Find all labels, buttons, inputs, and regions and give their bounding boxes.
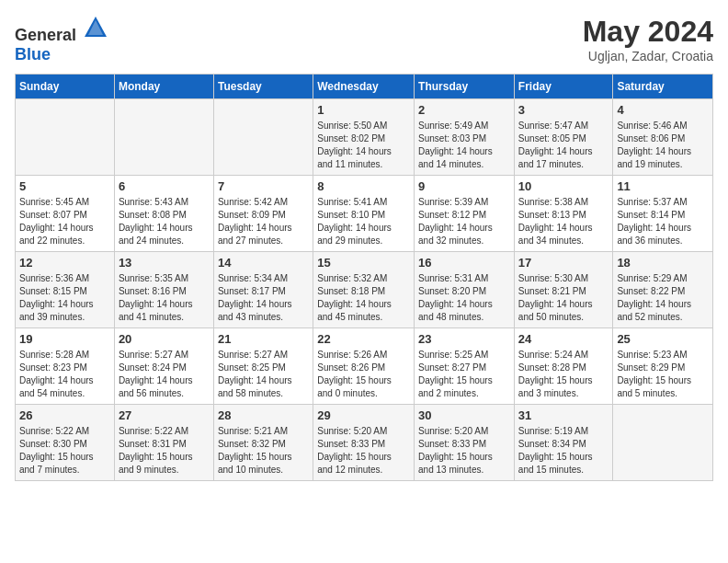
logo-general: General <box>15 26 76 44</box>
logo: General Blue <box>15 15 108 64</box>
calendar-cell: 23Sunrise: 5:25 AM Sunset: 8:27 PM Dayli… <box>415 328 515 405</box>
page-header: General Blue May 2024 Ugljan, Zadar, Cro… <box>15 15 713 64</box>
day-info: Sunrise: 5:45 AM Sunset: 8:07 PM Dayligh… <box>19 196 110 247</box>
calendar-header-row: SundayMondayTuesdayWednesdayThursdayFrid… <box>16 75 713 99</box>
calendar-cell: 8Sunrise: 5:41 AM Sunset: 8:10 PM Daylig… <box>313 176 415 252</box>
day-number: 4 <box>617 103 709 117</box>
day-number: 2 <box>418 103 510 117</box>
day-number: 10 <box>518 179 609 193</box>
calendar-cell <box>213 99 313 176</box>
calendar-cell: 26Sunrise: 5:22 AM Sunset: 8:30 PM Dayli… <box>16 405 115 481</box>
day-info: Sunrise: 5:39 AM Sunset: 8:12 PM Dayligh… <box>418 196 510 247</box>
calendar-cell: 13Sunrise: 5:35 AM Sunset: 8:16 PM Dayli… <box>114 252 213 328</box>
calendar-cell: 9Sunrise: 5:39 AM Sunset: 8:12 PM Daylig… <box>415 176 515 252</box>
day-info: Sunrise: 5:25 AM Sunset: 8:27 PM Dayligh… <box>418 349 510 400</box>
day-info: Sunrise: 5:50 AM Sunset: 8:02 PM Dayligh… <box>317 120 410 171</box>
day-number: 23 <box>418 332 510 346</box>
month-title: May 2024 <box>583 15 713 49</box>
day-info: Sunrise: 5:46 AM Sunset: 8:06 PM Dayligh… <box>617 120 709 171</box>
day-info: Sunrise: 5:23 AM Sunset: 8:29 PM Dayligh… <box>617 349 709 400</box>
day-number: 14 <box>218 256 309 270</box>
calendar-cell: 4Sunrise: 5:46 AM Sunset: 8:06 PM Daylig… <box>613 99 713 176</box>
day-info: Sunrise: 5:37 AM Sunset: 8:14 PM Dayligh… <box>617 196 709 247</box>
calendar-header-friday: Friday <box>514 75 613 99</box>
calendar-table: SundayMondayTuesdayWednesdayThursdayFrid… <box>15 74 713 481</box>
day-info: Sunrise: 5:35 AM Sunset: 8:16 PM Dayligh… <box>119 272 210 324</box>
calendar-cell: 16Sunrise: 5:31 AM Sunset: 8:20 PM Dayli… <box>415 252 515 328</box>
calendar-cell: 20Sunrise: 5:27 AM Sunset: 8:24 PM Dayli… <box>114 328 213 405</box>
day-info: Sunrise: 5:21 AM Sunset: 8:32 PM Dayligh… <box>218 425 309 477</box>
calendar-cell: 21Sunrise: 5:27 AM Sunset: 8:25 PM Dayli… <box>213 328 313 405</box>
calendar-cell <box>114 99 213 176</box>
day-info: Sunrise: 5:38 AM Sunset: 8:13 PM Dayligh… <box>518 196 609 247</box>
day-number: 25 <box>617 332 709 346</box>
day-number: 29 <box>317 408 410 422</box>
day-number: 27 <box>119 408 210 422</box>
day-info: Sunrise: 5:49 AM Sunset: 8:03 PM Dayligh… <box>418 120 510 171</box>
day-number: 30 <box>418 408 510 422</box>
day-number: 28 <box>218 408 309 422</box>
calendar-cell: 10Sunrise: 5:38 AM Sunset: 8:13 PM Dayli… <box>514 176 613 252</box>
calendar-cell: 17Sunrise: 5:30 AM Sunset: 8:21 PM Dayli… <box>514 252 613 328</box>
logo-blue: Blue <box>15 45 51 63</box>
day-info: Sunrise: 5:34 AM Sunset: 8:17 PM Dayligh… <box>218 272 309 324</box>
day-number: 20 <box>119 332 210 346</box>
logo-text: General Blue <box>15 15 108 64</box>
day-number: 18 <box>617 256 709 270</box>
calendar-cell: 30Sunrise: 5:20 AM Sunset: 8:33 PM Dayli… <box>415 405 515 481</box>
day-info: Sunrise: 5:29 AM Sunset: 8:22 PM Dayligh… <box>617 272 709 324</box>
day-info: Sunrise: 5:47 AM Sunset: 8:05 PM Dayligh… <box>518 120 609 171</box>
title-area: May 2024 Ugljan, Zadar, Croatia <box>583 15 713 63</box>
calendar-header-monday: Monday <box>114 75 213 99</box>
day-number: 26 <box>19 408 110 422</box>
day-number: 6 <box>119 179 210 193</box>
day-number: 7 <box>218 179 309 193</box>
calendar-header-thursday: Thursday <box>415 75 515 99</box>
day-info: Sunrise: 5:43 AM Sunset: 8:08 PM Dayligh… <box>119 196 210 247</box>
calendar-cell: 11Sunrise: 5:37 AM Sunset: 8:14 PM Dayli… <box>613 176 713 252</box>
calendar-cell: 28Sunrise: 5:21 AM Sunset: 8:32 PM Dayli… <box>213 405 313 481</box>
calendar-cell: 22Sunrise: 5:26 AM Sunset: 8:26 PM Dayli… <box>313 328 415 405</box>
day-info: Sunrise: 5:22 AM Sunset: 8:30 PM Dayligh… <box>19 425 110 477</box>
day-number: 17 <box>518 256 609 270</box>
calendar-cell <box>16 99 115 176</box>
calendar-cell: 24Sunrise: 5:24 AM Sunset: 8:28 PM Dayli… <box>514 328 613 405</box>
calendar-cell: 14Sunrise: 5:34 AM Sunset: 8:17 PM Dayli… <box>213 252 313 328</box>
day-number: 9 <box>418 179 510 193</box>
day-info: Sunrise: 5:24 AM Sunset: 8:28 PM Dayligh… <box>518 349 609 400</box>
calendar-header-saturday: Saturday <box>613 75 713 99</box>
day-info: Sunrise: 5:42 AM Sunset: 8:09 PM Dayligh… <box>218 196 309 247</box>
calendar-cell: 2Sunrise: 5:49 AM Sunset: 8:03 PM Daylig… <box>415 99 515 176</box>
calendar-cell: 19Sunrise: 5:28 AM Sunset: 8:23 PM Dayli… <box>16 328 115 405</box>
calendar-header-wednesday: Wednesday <box>313 75 415 99</box>
day-number: 5 <box>19 179 110 193</box>
calendar-week-row: 1Sunrise: 5:50 AM Sunset: 8:02 PM Daylig… <box>16 99 713 176</box>
day-info: Sunrise: 5:32 AM Sunset: 8:18 PM Dayligh… <box>317 272 410 324</box>
calendar-cell: 27Sunrise: 5:22 AM Sunset: 8:31 PM Dayli… <box>114 405 213 481</box>
day-number: 12 <box>19 256 110 270</box>
calendar-week-row: 5Sunrise: 5:45 AM Sunset: 8:07 PM Daylig… <box>16 176 713 252</box>
day-info: Sunrise: 5:31 AM Sunset: 8:20 PM Dayligh… <box>418 272 510 324</box>
calendar-week-row: 12Sunrise: 5:36 AM Sunset: 8:15 PM Dayli… <box>16 252 713 328</box>
location-title: Ugljan, Zadar, Croatia <box>583 49 713 63</box>
day-info: Sunrise: 5:27 AM Sunset: 8:24 PM Dayligh… <box>119 349 210 400</box>
calendar-cell: 15Sunrise: 5:32 AM Sunset: 8:18 PM Dayli… <box>313 252 415 328</box>
logo-icon <box>83 15 108 40</box>
calendar-week-row: 26Sunrise: 5:22 AM Sunset: 8:30 PM Dayli… <box>16 405 713 481</box>
day-info: Sunrise: 5:41 AM Sunset: 8:10 PM Dayligh… <box>317 196 410 247</box>
day-number: 11 <box>617 179 709 193</box>
day-number: 1 <box>317 103 410 117</box>
day-number: 22 <box>317 332 410 346</box>
calendar-cell: 7Sunrise: 5:42 AM Sunset: 8:09 PM Daylig… <box>213 176 313 252</box>
day-info: Sunrise: 5:26 AM Sunset: 8:26 PM Dayligh… <box>317 349 410 400</box>
calendar-week-row: 19Sunrise: 5:28 AM Sunset: 8:23 PM Dayli… <box>16 328 713 405</box>
day-number: 19 <box>19 332 110 346</box>
day-number: 31 <box>518 408 609 422</box>
day-number: 21 <box>218 332 309 346</box>
day-number: 24 <box>518 332 609 346</box>
day-number: 13 <box>119 256 210 270</box>
day-number: 15 <box>317 256 410 270</box>
day-info: Sunrise: 5:20 AM Sunset: 8:33 PM Dayligh… <box>418 425 510 477</box>
day-info: Sunrise: 5:22 AM Sunset: 8:31 PM Dayligh… <box>119 425 210 477</box>
calendar-cell: 31Sunrise: 5:19 AM Sunset: 8:34 PM Dayli… <box>514 405 613 481</box>
